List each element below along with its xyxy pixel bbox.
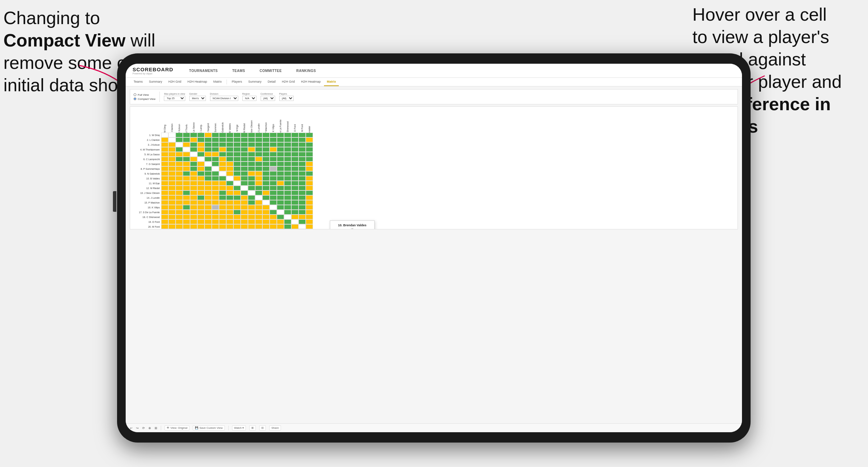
matrix-cell[interactable] <box>197 224 205 229</box>
matrix-cell[interactable] <box>291 137 299 142</box>
matrix-cell[interactable] <box>255 215 262 219</box>
matrix-cell[interactable] <box>176 200 183 205</box>
matrix-cell[interactable] <box>277 162 284 166</box>
matrix-cell[interactable] <box>197 142 205 147</box>
matrix-cell[interactable] <box>168 210 176 215</box>
matrix-cell[interactable] <box>262 210 270 215</box>
matrix-cell[interactable] <box>183 152 190 157</box>
matrix-cell[interactable] <box>197 171 205 176</box>
matrix-cell[interactable] <box>197 205 205 210</box>
matrix-cell[interactable] <box>291 186 299 190</box>
conference-select[interactable]: (All) <box>261 96 275 101</box>
matrix-cell[interactable] <box>205 157 212 162</box>
matrix-cell[interactable] <box>197 162 205 166</box>
tab-players[interactable]: Players <box>229 78 245 86</box>
matrix-cell[interactable] <box>255 147 262 152</box>
matrix-cell[interactable] <box>183 137 190 142</box>
settings-icon[interactable]: ⊞ <box>155 426 157 430</box>
matrix-cell[interactable] <box>233 162 241 166</box>
matrix-cell[interactable] <box>197 190 205 195</box>
matrix-cell[interactable] <box>241 200 248 205</box>
matrix-cell[interactable] <box>161 137 168 142</box>
matrix-cell[interactable] <box>190 200 197 205</box>
matrix-cell[interactable] <box>306 200 313 205</box>
matrix-cell[interactable] <box>241 152 248 157</box>
matrix-cell[interactable] <box>299 162 306 166</box>
matrix-cell[interactable] <box>219 171 226 176</box>
matrix-cell[interactable] <box>270 200 277 205</box>
matrix-cell[interactable] <box>291 195 299 200</box>
matrix-cell[interactable] <box>277 219 284 224</box>
matrix-cell[interactable] <box>219 215 226 219</box>
matrix-cell[interactable] <box>212 215 219 219</box>
matrix-cell[interactable] <box>277 176 284 181</box>
matrix-cell[interactable] <box>205 205 212 210</box>
matrix-cell[interactable] <box>270 181 277 186</box>
matrix-cell[interactable] <box>291 171 299 176</box>
matrix-cell[interactable] <box>248 190 255 195</box>
matrix-cell[interactable] <box>190 166 197 171</box>
matrix-cell[interactable] <box>255 152 262 157</box>
matrix-cell[interactable] <box>183 162 190 166</box>
matrix-cell[interactable] <box>190 224 197 229</box>
matrix-cell[interactable] <box>190 176 197 181</box>
tab-matrix-main[interactable]: Matrix <box>211 78 225 86</box>
matrix-cell[interactable] <box>255 162 262 166</box>
matrix-cell[interactable] <box>212 190 219 195</box>
matrix-cell[interactable] <box>248 147 255 152</box>
matrix-cell[interactable] <box>161 152 168 157</box>
matrix-cell[interactable] <box>233 171 241 176</box>
matrix-cell[interactable] <box>226 166 233 171</box>
matrix-cell[interactable] <box>190 142 197 147</box>
matrix-cell[interactable] <box>161 176 168 181</box>
matrix-cell[interactable] <box>262 171 270 176</box>
matrix-cell[interactable] <box>306 166 313 171</box>
matrix-cell[interactable] <box>284 190 291 195</box>
matrix-cell[interactable] <box>277 224 284 229</box>
full-view-option[interactable]: Full View <box>134 93 155 96</box>
matrix-cell[interactable] <box>241 171 248 176</box>
matrix-cell[interactable] <box>262 133 270 137</box>
matrix-cell[interactable] <box>176 186 183 190</box>
matrix-cell[interactable] <box>176 137 183 142</box>
matrix-cell[interactable] <box>277 181 284 186</box>
matrix-cell[interactable] <box>255 186 262 190</box>
zoom-icon[interactable]: ⊕ <box>148 426 151 430</box>
matrix-cell[interactable] <box>306 190 313 195</box>
matrix-cell[interactable] <box>197 157 205 162</box>
matrix-cell[interactable] <box>248 162 255 166</box>
matrix-cell[interactable] <box>212 162 219 166</box>
matrix-cell[interactable] <box>270 157 277 162</box>
matrix-cell[interactable] <box>233 200 241 205</box>
matrix-cell[interactable] <box>306 215 313 219</box>
matrix-cell[interactable] <box>183 133 190 137</box>
matrix-cell[interactable] <box>270 224 277 229</box>
matrix-cell[interactable] <box>190 190 197 195</box>
matrix-cell[interactable] <box>299 147 306 152</box>
matrix-cell[interactable] <box>226 205 233 210</box>
matrix-cell[interactable] <box>226 181 233 186</box>
matrix-cell[interactable] <box>233 195 241 200</box>
matrix-cell[interactable] <box>262 181 270 186</box>
matrix-cell[interactable] <box>262 152 270 157</box>
matrix-cell[interactable] <box>291 166 299 171</box>
matrix-cell[interactable] <box>161 205 168 210</box>
matrix-cell[interactable] <box>168 200 176 205</box>
matrix-cell[interactable] <box>219 137 226 142</box>
matrix-cell[interactable] <box>212 205 219 210</box>
matrix-cell[interactable] <box>241 162 248 166</box>
matrix-cell[interactable] <box>299 133 306 137</box>
matrix-cell[interactable] <box>241 157 248 162</box>
matrix-cell[interactable] <box>219 181 226 186</box>
matrix-cell[interactable] <box>226 219 233 224</box>
matrix-cell[interactable] <box>306 210 313 215</box>
matrix-cell[interactable] <box>241 181 248 186</box>
matrix-cell[interactable] <box>270 215 277 219</box>
matrix-cell[interactable] <box>183 147 190 152</box>
matrix-cell[interactable] <box>291 224 299 229</box>
matrix-cell[interactable] <box>219 200 226 205</box>
matrix-cell[interactable] <box>197 195 205 200</box>
matrix-cell[interactable] <box>241 142 248 147</box>
matrix-cell[interactable] <box>219 157 226 162</box>
matrix-cell[interactable] <box>205 166 212 171</box>
